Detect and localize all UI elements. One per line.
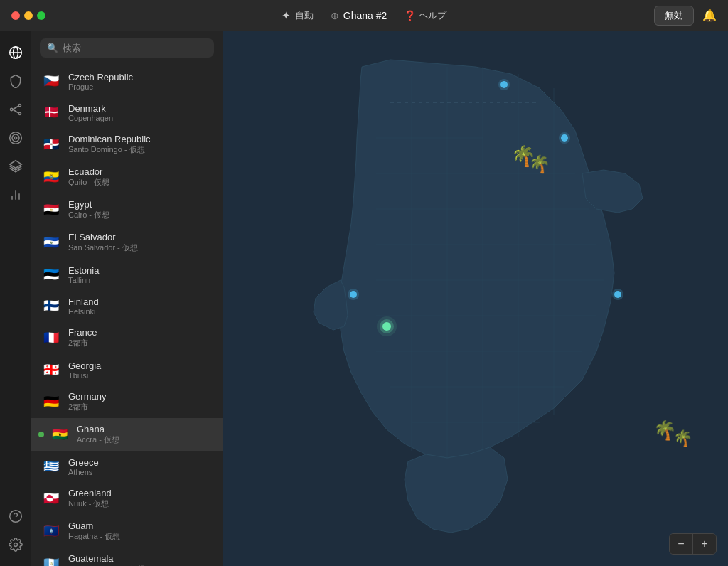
country-item-el-salvador[interactable]: 🇸🇻El SalvadorSan Salvador - 仮想 <box>31 226 223 259</box>
search-icon: 🔍 <box>47 43 58 53</box>
svg-point-17 <box>14 543 17 547</box>
close-button[interactable] <box>11 11 20 20</box>
country-item-france[interactable]: 🇫🇷France2都市 <box>31 321 223 354</box>
country-name-dominican-republic: Dominican Republic <box>68 134 151 144</box>
notification-bell-icon[interactable]: 🔔 <box>702 9 717 22</box>
titlebar: ✦ 自動 ⊕ Ghana #2 ❓ ヘルプ 無効 🔔 <box>0 0 728 31</box>
country-name-egypt: Egypt <box>68 199 109 210</box>
sidebar-icon-shield[interactable] <box>3 68 28 94</box>
country-info-estonia: EstoniaTallinn <box>68 265 99 284</box>
country-info-france: France2都市 <box>68 327 97 348</box>
country-flag-el-salvador: 🇸🇻 <box>41 233 61 252</box>
country-flag-greece: 🇬🇷 <box>41 456 61 476</box>
country-item-estonia[interactable]: 🇪🇪EstoniaTallinn <box>31 259 223 290</box>
country-name-finland: Finland <box>68 297 99 307</box>
svg-point-15 <box>9 511 21 523</box>
svg-point-10 <box>14 137 16 139</box>
country-item-egypt[interactable]: 🇪🇬EgyptCairo - 仮想 <box>31 193 223 226</box>
help-label: ヘルプ <box>419 9 446 22</box>
svg-point-37 <box>612 289 623 300</box>
country-item-germany[interactable]: 🇩🇪Germany2都市 <box>31 385 223 418</box>
svg-point-4 <box>18 105 21 107</box>
country-info-czech-republic: Czech RepublicPrague <box>68 72 133 91</box>
country-item-ghana[interactable]: 🇬🇭GhanaAccra - 仮想 <box>31 418 223 451</box>
auto-label: 自動 <box>295 9 314 22</box>
country-name-el-salvador: El Salvador <box>68 232 138 242</box>
country-city-finland: Helsinki <box>68 307 99 316</box>
sidebar-icon-layers[interactable] <box>3 154 28 179</box>
zoom-out-button[interactable]: − <box>670 534 692 554</box>
search-bar: 🔍 <box>31 31 223 65</box>
country-city-ecuador: Quito - 仮想 <box>68 177 109 188</box>
sidebar-icon-help[interactable] <box>3 503 28 529</box>
country-name-georgia: Georgia <box>68 361 101 371</box>
country-name-czech-republic: Czech Republic <box>68 72 133 82</box>
country-item-georgia[interactable]: 🇬🇪GeorgiaTbilisi <box>31 354 223 385</box>
country-info-ecuador: EcuadorQuito - 仮想 <box>68 166 109 188</box>
country-info-ghana: GhanaAccra - 仮想 <box>77 424 119 445</box>
search-input[interactable] <box>63 43 207 53</box>
country-item-finland[interactable]: 🇫🇮FinlandHelsinki <box>31 290 223 321</box>
country-flag-france: 🇫🇷 <box>41 328 61 348</box>
country-list: 🇨🇿Czech RepublicPrague🇩🇰DenmarkCopenhage… <box>31 65 223 566</box>
country-item-greece[interactable]: 🇬🇷GreeceAthens <box>31 451 223 482</box>
country-flag-guam: 🇬🇺 <box>41 521 61 541</box>
country-flag-czech-republic: 🇨🇿 <box>41 71 61 91</box>
svg-point-36 <box>348 289 359 300</box>
sidebar-icon-target[interactable] <box>3 125 28 151</box>
help-button[interactable]: ❓ ヘルプ <box>404 9 446 22</box>
svg-point-3 <box>10 108 12 110</box>
titlebar-center: ✦ 自動 ⊕ Ghana #2 ❓ ヘルプ <box>282 9 447 22</box>
active-connection-dot <box>38 432 44 437</box>
svg-line-6 <box>12 106 18 110</box>
country-item-denmark[interactable]: 🇩🇰DenmarkCopenhagen <box>31 97 223 128</box>
country-flag-guatemala: 🇬🇹 <box>41 554 61 566</box>
server-name: ⊕ Ghana #2 <box>331 10 387 21</box>
maximize-button[interactable] <box>37 11 46 20</box>
country-city-greece: Athens <box>68 468 99 476</box>
palm-tree-icon-4: 🌴 <box>673 429 693 448</box>
country-flag-ecuador: 🇪🇨 <box>41 167 61 187</box>
country-item-dominican-republic[interactable]: 🇩🇴Dominican RepublicSanto Domingo - 仮想 <box>31 128 223 161</box>
svg-point-8 <box>9 132 21 144</box>
country-city-greenland: Nuuk - 仮想 <box>68 498 112 509</box>
main-layout: 🔍 🇨🇿Czech RepublicPrague🇩🇰DenmarkCopenha… <box>0 31 728 566</box>
country-item-guam[interactable]: 🇬🇺GuamHagatna - 仮想 <box>31 515 223 548</box>
country-item-guatemala[interactable]: 🇬🇹GuatemalaGuatemala City - 仮想 <box>31 548 223 566</box>
country-city-el-salvador: San Salvador - 仮想 <box>68 242 138 253</box>
svg-line-7 <box>12 110 18 113</box>
country-info-greece: GreeceAthens <box>68 457 99 476</box>
country-info-el-salvador: El SalvadorSan Salvador - 仮想 <box>68 232 138 253</box>
icon-sidebar <box>0 31 31 566</box>
country-name-ghana: Ghana <box>77 424 119 434</box>
country-city-estonia: Tallinn <box>68 276 99 284</box>
country-info-germany: Germany2都市 <box>68 391 106 412</box>
status-button[interactable]: 無効 <box>654 6 694 26</box>
server-name-label: Ghana #2 <box>343 10 387 21</box>
sidebar-icon-nodes[interactable] <box>3 97 28 122</box>
search-input-wrapper: 🔍 <box>40 38 214 58</box>
country-info-georgia: GeorgiaTbilisi <box>68 361 101 380</box>
country-item-czech-republic[interactable]: 🇨🇿Czech RepublicPrague <box>31 65 223 97</box>
svg-point-39 <box>377 316 397 336</box>
country-city-georgia: Tbilisi <box>68 371 101 380</box>
country-name-germany: Germany <box>68 391 106 402</box>
window-controls <box>11 11 54 20</box>
svg-point-35 <box>559 132 570 144</box>
country-item-ecuador[interactable]: 🇪🇨EcuadorQuito - 仮想 <box>31 161 223 193</box>
minimize-button[interactable] <box>24 11 33 20</box>
zoom-in-button[interactable]: + <box>693 534 716 554</box>
country-item-greenland[interactable]: 🇬🇱GreenlandNuuk - 仮想 <box>31 482 223 515</box>
sidebar-icon-stats[interactable] <box>3 182 28 208</box>
sidebar-icon-globe[interactable] <box>3 40 28 65</box>
sidebar-icon-settings[interactable] <box>3 532 28 557</box>
country-city-czech-republic: Prague <box>68 82 133 91</box>
country-city-ghana: Accra - 仮想 <box>77 434 119 445</box>
country-info-denmark: DenmarkCopenhagen <box>68 103 113 122</box>
country-name-estonia: Estonia <box>68 265 99 276</box>
country-flag-finland: 🇫🇮 <box>41 296 61 316</box>
zoom-controls: − + <box>669 533 717 555</box>
auto-button[interactable]: ✦ 自動 <box>282 9 314 22</box>
svg-point-5 <box>18 112 21 114</box>
country-name-denmark: Denmark <box>68 103 113 114</box>
